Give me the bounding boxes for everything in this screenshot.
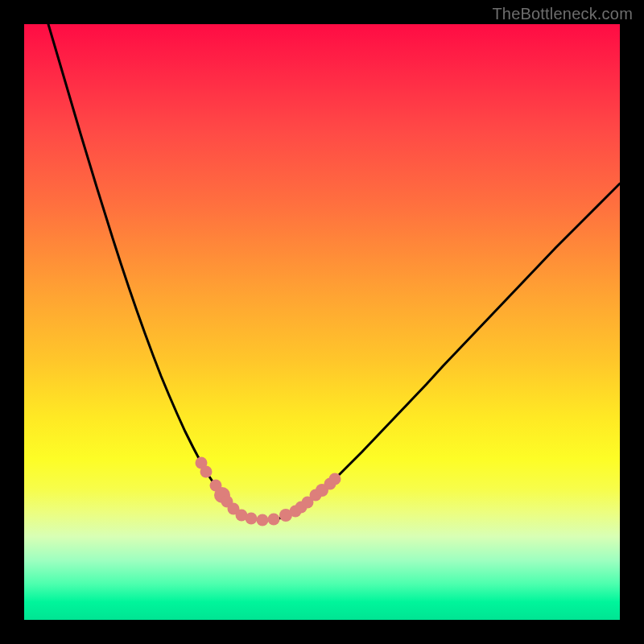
watermark-text: TheBottleneck.com [492,5,633,23]
chart-frame: TheBottleneck.com [0,0,644,644]
heat-gradient-background [24,24,620,620]
plot-area [24,24,620,620]
